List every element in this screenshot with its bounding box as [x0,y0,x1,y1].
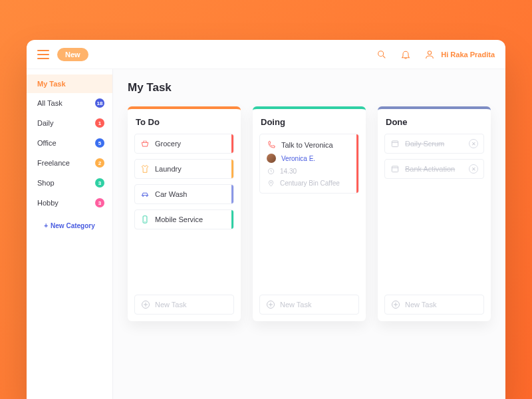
sidebar-item-daily[interactable]: Daily 1 [27,113,112,133]
column-done: Done Daily Scrum ✕ Bank Activation ✕ [378,106,491,321]
sidebar: My Task All Task 18 Daily 1 Office 5 Fre… [27,69,113,399]
task-time-row: 14.30 [267,167,352,175]
calendar-icon [390,164,400,174]
clock-icon [267,167,275,175]
task-card[interactable]: Talk to Veronica Veronica E. 14.30 [259,134,359,194]
sidebar-badge: 18 [95,98,104,108]
new-task-button[interactable]: New Task [134,295,234,315]
main: My Task To Do Grocery Laundry [113,69,505,399]
new-category-label: New Category [51,222,95,229]
svg-line-1 [383,56,385,58]
hamburger-icon[interactable] [37,50,49,59]
search-icon[interactable] [376,49,388,61]
column-doing: Doing Talk to Veronica Veronica E. 1 [253,106,366,321]
avatar [267,154,276,163]
car-icon [140,190,150,199]
assignee-name: Veronica E. [281,155,315,162]
new-task-label: New Task [405,301,436,309]
new-category-button[interactable]: + New Category [27,222,112,229]
sidebar-item-label: Hobby [37,199,59,207]
sidebar-badge: 1 [95,118,104,128]
stripe [356,134,358,193]
sidebar-item-my-task[interactable]: My Task [27,74,112,93]
sidebar-item-freelance[interactable]: Freelance 2 [27,153,112,173]
page-title: My Task [128,81,491,94]
sidebar-item-label: My Task [37,80,66,88]
task-label: Daily Scrum [405,140,444,148]
shirt-icon [140,164,150,174]
column-todo: To Do Grocery Laundry Car Wash [128,106,241,321]
body: My Task All Task 18 Daily 1 Office 5 Fre… [27,69,505,399]
svg-point-0 [378,51,384,56]
user-icon[interactable] [424,49,436,61]
task-card[interactable]: Laundry [134,159,234,179]
task-label: Laundry [155,165,182,173]
bell-icon[interactable] [400,49,412,61]
task-label: Bank Activation [405,165,455,173]
task-card[interactable]: Bank Activation ✕ [384,159,484,179]
sidebar-item-label: Freelance [37,159,70,167]
calendar-icon [390,139,400,148]
sidebar-item-label: All Task [37,99,63,107]
sidebar-item-label: Shop [37,179,55,187]
phone-icon [140,215,150,224]
app-window: New Hi Raka Pradita My Task All Task 18 … [27,40,505,399]
svg-rect-7 [392,141,398,147]
board: To Do Grocery Laundry Car Wash [128,106,491,321]
svg-point-6 [270,182,271,183]
sidebar-item-hobby[interactable]: Hobby 3 [27,193,112,213]
task-label: Talk to Veronica [281,141,333,149]
plus-icon: + [44,222,48,229]
plus-circle-icon [267,301,275,309]
task-card[interactable]: Grocery [134,134,234,154]
new-task-button[interactable]: New Task [384,295,484,315]
svg-point-2 [428,51,432,54]
sidebar-item-shop[interactable]: Shop 3 [27,173,112,193]
sidebar-badge: 5 [95,138,104,148]
new-task-label: New Task [155,301,186,309]
stripe [231,185,233,203]
new-button[interactable]: New [57,48,88,61]
task-label: Car Wash [155,190,188,198]
dismiss-icon[interactable]: ✕ [469,139,478,148]
task-card[interactable]: Mobile Service [134,209,234,229]
task-location-row: Centuary Bin Caffee [267,179,352,187]
stripe [231,134,233,153]
sidebar-item-office[interactable]: Office 5 [27,133,112,153]
sidebar-badge: 3 [95,178,104,188]
call-icon [267,140,276,150]
plus-circle-icon [142,301,150,309]
task-time: 14.30 [280,168,297,175]
basket-icon [140,139,150,148]
task-location: Centuary Bin Caffee [280,180,340,187]
svg-rect-9 [392,166,398,172]
task-label: Grocery [155,140,181,148]
task-assignee-row: Veronica E. [267,154,352,163]
topbar: New Hi Raka Pradita [27,40,505,69]
stripe [231,160,233,178]
task-label: Mobile Service [155,215,203,223]
new-task-label: New Task [280,301,311,309]
new-task-button[interactable]: New Task [259,295,359,315]
column-title: Done [384,116,484,134]
sidebar-badge: 3 [95,198,104,207]
task-card[interactable]: Daily Scrum ✕ [384,134,484,154]
sidebar-item-all-task[interactable]: All Task 18 [27,93,112,113]
pin-icon [267,179,275,187]
greeting-label: Hi Raka Pradita [441,51,495,59]
plus-circle-icon [392,301,400,309]
dismiss-icon[interactable]: ✕ [469,164,478,174]
column-title: To Do [134,116,234,134]
task-card[interactable]: Car Wash [134,184,234,204]
sidebar-item-label: Office [37,139,57,147]
column-title: Doing [259,116,359,134]
stripe [231,210,233,229]
sidebar-item-label: Daily [37,119,53,127]
sidebar-badge: 2 [95,158,104,168]
